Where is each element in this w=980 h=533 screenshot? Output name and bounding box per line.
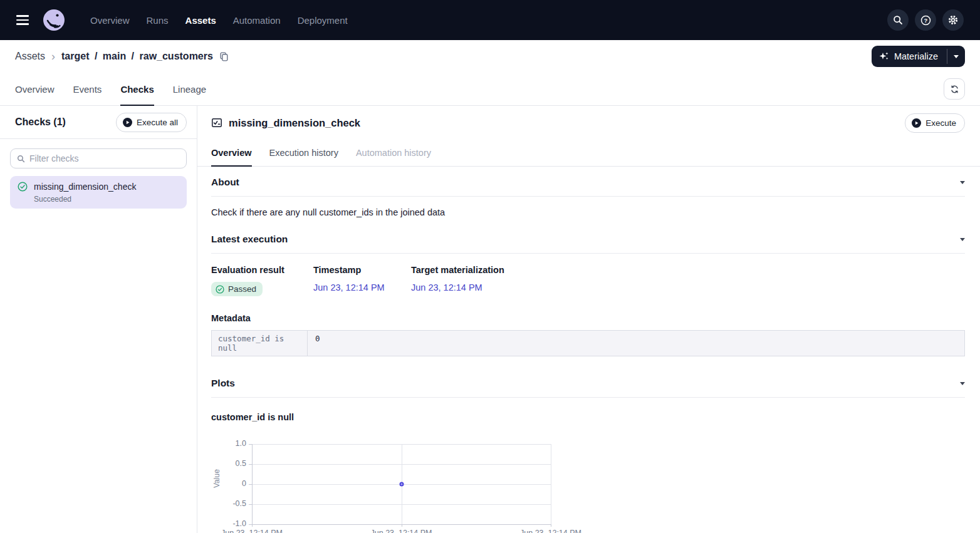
nav-item-runs[interactable]: Runs [147, 15, 169, 26]
menu-icon[interactable] [16, 15, 29, 24]
table-row: customer_id is null0 [212, 331, 964, 356]
top-nav-bar: OverviewRunsAssetsAutomationDeployment ? [0, 0, 980, 40]
check-item-status: Succeeded [34, 195, 136, 204]
check-detail-tabs: OverviewExecution historyAutomation hist… [197, 140, 980, 167]
x-tick-label: Jun 23, 12:14 PM [371, 529, 432, 533]
sparkle-icon [879, 51, 889, 61]
column-label: Timestamp [313, 265, 399, 275]
settings-button[interactable] [942, 9, 964, 31]
x-tick-label: Jun 23, 12:14 PM [221, 529, 283, 533]
check-circle-icon [216, 285, 224, 294]
checks-sidebar-header: Checks (1) Execute all [0, 106, 197, 139]
breadcrumb-segment[interactable]: target [61, 51, 89, 61]
breadcrumb-asset-path: target / main / raw_customers [61, 51, 213, 62]
about-section: About Check if there are any null custom… [211, 167, 965, 217]
check-description: Check if there are any null customer_ids… [211, 207, 965, 217]
metadata-table: customer_id is null0 [211, 330, 965, 356]
breadcrumb-row: Assets › target / main / raw_customers M… [0, 40, 980, 73]
execute-label: Execute [925, 118, 956, 128]
gridline [551, 444, 551, 524]
collapse-caret-icon[interactable] [960, 382, 965, 385]
plots-section: Plots customer_id is null Value1.00.50-0… [211, 356, 965, 533]
nav-item-automation[interactable]: Automation [233, 15, 281, 26]
tab-automation-history[interactable]: Automation history [356, 140, 431, 166]
gear-icon [947, 14, 959, 26]
execution-column-target-materialization: Target materializationJun 23, 12:14 PM [411, 265, 517, 296]
execute-all-button[interactable]: Execute all [116, 113, 187, 132]
breadcrumb-segment[interactable]: main [103, 51, 126, 61]
data-point[interactable] [399, 482, 404, 487]
dagster-app: OverviewRunsAssetsAutomationDeployment ?… [0, 0, 980, 533]
tab-execution-history[interactable]: Execution history [269, 140, 338, 166]
checks-list: missing_dimension_checkSucceeded [0, 175, 197, 210]
tab-overview[interactable]: Overview [15, 73, 55, 105]
nav-item-overview[interactable]: Overview [90, 15, 130, 26]
checks-sidebar: Checks (1) Execute all missing_dimension… [0, 106, 197, 533]
tab-checks[interactable]: Checks [120, 73, 154, 105]
check-detail-panel: missing_dimension_check Execute Overview… [197, 106, 980, 533]
plot-chart: Value1.00.50-0.5-1.0Jun 23, 12:14 PMJun … [211, 439, 600, 533]
y-tick-label: -1.0 [211, 519, 246, 528]
tab-events[interactable]: Events [73, 73, 102, 105]
status-badge-label: Passed [228, 284, 256, 294]
check-name-title: missing_dimension_check [229, 117, 360, 129]
help-button[interactable]: ? [915, 9, 936, 31]
filter-checks-input[interactable] [29, 153, 180, 163]
x-tick-mark [551, 524, 551, 527]
check-list-item[interactable]: missing_dimension_checkSucceeded [10, 176, 187, 209]
execute-all-label: Execute all [137, 118, 178, 127]
execute-button[interactable]: Execute [905, 113, 965, 133]
checks-count-title: Checks (1) [15, 116, 66, 128]
tab-lineage[interactable]: Lineage [173, 73, 206, 105]
primary-nav: OverviewRunsAssetsAutomationDeployment [90, 15, 348, 26]
topbar-actions: ? [887, 9, 964, 31]
copy-button[interactable] [219, 51, 229, 62]
y-axis [252, 444, 253, 524]
breadcrumb-separator: / [126, 51, 139, 61]
materialize-button[interactable]: Materialize [872, 46, 947, 67]
play-icon [912, 118, 921, 128]
copy-icon [219, 51, 229, 62]
latest-execution-columns: Evaluation resultPassedTimestampJun 23, … [211, 265, 965, 296]
latest-execution-heading: Latest execution [211, 234, 288, 245]
check-item-name: missing_dimension_check [34, 182, 136, 193]
search-button[interactable] [887, 9, 909, 31]
chevron-right-icon: › [51, 51, 55, 62]
status-badge: Passed [211, 282, 263, 296]
svg-text:?: ? [924, 17, 927, 24]
breadcrumb-assets-link[interactable]: Assets [15, 51, 45, 62]
nav-item-deployment[interactable]: Deployment [298, 15, 348, 26]
y-tick-label: 0.5 [211, 459, 246, 468]
refresh-button[interactable] [944, 78, 965, 100]
column-label: Target materialization [411, 265, 504, 275]
tab-overview[interactable]: Overview [211, 140, 252, 166]
collapse-caret-icon[interactable] [960, 181, 965, 184]
asset-check-icon [211, 117, 222, 128]
breadcrumb-segment[interactable]: raw_customers [140, 51, 213, 61]
x-tick-label: Jun 23, 12:14 PM [520, 529, 581, 533]
chevron-down-icon [954, 55, 959, 58]
metadata-value-cell: 0 [308, 331, 328, 356]
materialize-label: Materialize [894, 51, 938, 61]
breadcrumb-separator: / [89, 51, 102, 61]
play-icon [123, 118, 132, 127]
filter-checks-box [10, 148, 187, 168]
timestamp-link[interactable]: Jun 23, 12:14 PM [411, 282, 482, 292]
nav-item-assets[interactable]: Assets [185, 15, 216, 26]
latest-execution-section: Latest execution Evaluation resultPassed… [211, 217, 965, 356]
column-label: Evaluation result [211, 265, 301, 275]
check-detail-header: missing_dimension_check Execute [197, 106, 980, 140]
plots-heading: Plots [211, 378, 235, 389]
timestamp-link[interactable]: Jun 23, 12:14 PM [313, 282, 385, 292]
materialize-split-button: Materialize [872, 46, 965, 67]
dagster-logo-icon[interactable] [43, 9, 65, 31]
metadata-key-cell: customer_id is null [212, 331, 308, 356]
materialize-dropdown-button[interactable] [947, 46, 965, 67]
check-circle-icon [18, 182, 28, 192]
y-tick-label: -0.5 [211, 499, 246, 508]
y-tick-label: 1.0 [211, 439, 246, 448]
collapse-caret-icon[interactable] [960, 238, 965, 241]
metadata-heading: Metadata [211, 313, 965, 323]
y-tick-label: 0 [211, 479, 246, 488]
check-item-text: missing_dimension_checkSucceeded [34, 182, 136, 204]
